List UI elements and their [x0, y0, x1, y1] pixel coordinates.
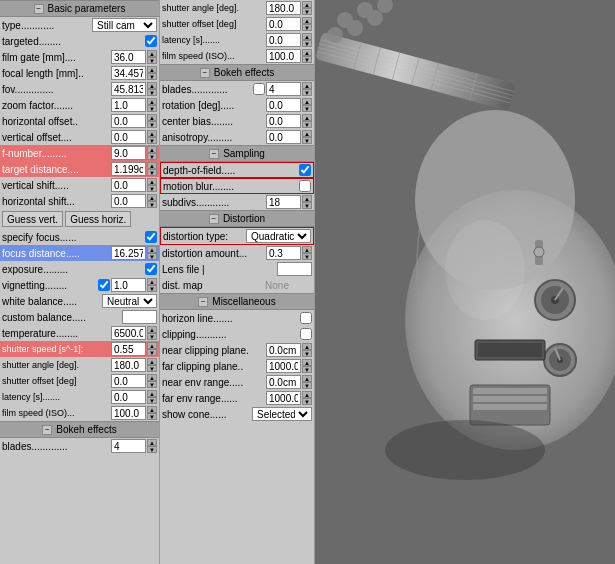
far-clip-down[interactable]: ▼: [302, 366, 312, 373]
vignetting-down[interactable]: ▼: [147, 285, 157, 292]
m-blades-checkbox[interactable]: [253, 83, 265, 95]
far-env-input[interactable]: [266, 391, 301, 405]
m-latency-up[interactable]: ▲: [302, 33, 312, 40]
shutter-speed-input[interactable]: [111, 342, 146, 356]
l-blades-input[interactable]: [111, 439, 146, 453]
far-clip-input[interactable]: [266, 359, 301, 373]
distortion-collapse[interactable]: −: [209, 214, 219, 224]
guess-horiz-button[interactable]: Guess horiz.: [65, 211, 131, 227]
h-offset-input[interactable]: [111, 114, 146, 128]
m-shutter-offset-up[interactable]: ▲: [302, 17, 312, 24]
center-bias-down[interactable]: ▼: [302, 121, 312, 128]
wb-select[interactable]: Neutral: [102, 294, 157, 308]
targeted-checkbox[interactable]: [145, 35, 157, 47]
target-dist-up[interactable]: ▲: [147, 162, 157, 169]
temperature-input[interactable]: [111, 326, 146, 340]
anisotropy-up[interactable]: ▲: [302, 130, 312, 137]
focal-length-down[interactable]: ▼: [147, 73, 157, 80]
focal-length-up[interactable]: ▲: [147, 66, 157, 73]
anisotropy-input[interactable]: [266, 130, 301, 144]
center-bias-up[interactable]: ▲: [302, 114, 312, 121]
near-env-down[interactable]: ▼: [302, 382, 312, 389]
v-offset-down[interactable]: ▼: [147, 137, 157, 144]
distortion-amount-down[interactable]: ▼: [302, 253, 312, 260]
h-shift-down[interactable]: ▼: [147, 201, 157, 208]
basic-params-collapse[interactable]: −: [34, 4, 44, 14]
bokeh-collapse-mid[interactable]: −: [200, 68, 210, 78]
l-latency-input[interactable]: [111, 390, 146, 404]
center-bias-input[interactable]: [266, 114, 301, 128]
m-film-speed-down[interactable]: ▼: [302, 56, 312, 63]
bokeh-collapse-left[interactable]: −: [42, 425, 52, 435]
v-offset-input[interactable]: [111, 130, 146, 144]
h-shift-up[interactable]: ▲: [147, 194, 157, 201]
zoom-up[interactable]: ▲: [147, 98, 157, 105]
m-blades-input[interactable]: [266, 82, 301, 96]
distortion-amount-up[interactable]: ▲: [302, 246, 312, 253]
focal-length-input[interactable]: [111, 66, 146, 80]
guess-vert-button[interactable]: Guess vert.: [2, 211, 63, 227]
l-shutter-angle-up[interactable]: ▲: [147, 358, 157, 365]
m-shutter-offset-down[interactable]: ▼: [302, 24, 312, 31]
temperature-up[interactable]: ▲: [147, 326, 157, 333]
l-shutter-offset-down[interactable]: ▼: [147, 381, 157, 388]
l-blades-down[interactable]: ▼: [147, 446, 157, 453]
rotation-up[interactable]: ▲: [302, 98, 312, 105]
far-env-down[interactable]: ▼: [302, 398, 312, 405]
m-shutter-angle-up[interactable]: ▲: [302, 1, 312, 8]
m-latency-input[interactable]: [266, 33, 301, 47]
focus-dist-down[interactable]: ▼: [147, 253, 157, 260]
temperature-down[interactable]: ▼: [147, 333, 157, 340]
m-latency-down[interactable]: ▼: [302, 40, 312, 47]
fov-input[interactable]: [111, 82, 146, 96]
l-film-speed-input[interactable]: [111, 406, 146, 420]
lens-file-input[interactable]: [277, 262, 312, 276]
vignetting-input[interactable]: [111, 278, 146, 292]
distortion-type-select[interactable]: Quadratic Cubic None: [246, 229, 311, 243]
shutter-speed-up[interactable]: ▲: [147, 342, 157, 349]
l-latency-down[interactable]: ▼: [147, 397, 157, 404]
clipping-checkbox[interactable]: [300, 328, 312, 340]
subdivs-down[interactable]: ▼: [302, 202, 312, 209]
fov-up[interactable]: ▲: [147, 82, 157, 89]
l-shutter-angle-down[interactable]: ▼: [147, 365, 157, 372]
l-latency-up[interactable]: ▲: [147, 390, 157, 397]
film-gate-down[interactable]: ▼: [147, 57, 157, 64]
v-shift-input[interactable]: [111, 178, 146, 192]
target-dist-down[interactable]: ▼: [147, 169, 157, 176]
m-shutter-angle-input[interactable]: [266, 1, 301, 15]
v-shift-down[interactable]: ▼: [147, 185, 157, 192]
dof-checkbox[interactable]: [299, 164, 311, 176]
horizon-checkbox[interactable]: [300, 312, 312, 324]
l-shutter-offset-input[interactable]: [111, 374, 146, 388]
far-env-up[interactable]: ▲: [302, 391, 312, 398]
m-film-speed-up[interactable]: ▲: [302, 49, 312, 56]
sampling-collapse[interactable]: −: [209, 149, 219, 159]
m-blades-up[interactable]: ▲: [302, 82, 312, 89]
zoom-down[interactable]: ▼: [147, 105, 157, 112]
vignetting-checkbox[interactable]: [98, 279, 110, 291]
near-clip-input[interactable]: [266, 343, 301, 357]
m-film-speed-input[interactable]: [266, 49, 301, 63]
shutter-speed-down[interactable]: ▼: [147, 349, 157, 356]
target-dist-input[interactable]: [111, 162, 146, 176]
m-blades-down[interactable]: ▼: [302, 89, 312, 96]
fnumber-down[interactable]: ▼: [147, 153, 157, 160]
focus-dist-up[interactable]: ▲: [147, 246, 157, 253]
fov-down[interactable]: ▼: [147, 89, 157, 96]
rotation-input[interactable]: [266, 98, 301, 112]
type-select[interactable]: Still cam: [92, 18, 157, 32]
h-offset-up[interactable]: ▲: [147, 114, 157, 121]
l-film-speed-down[interactable]: ▼: [147, 413, 157, 420]
v-offset-up[interactable]: ▲: [147, 130, 157, 137]
l-film-speed-up[interactable]: ▲: [147, 406, 157, 413]
l-shutter-angle-input[interactable]: [111, 358, 146, 372]
near-env-up[interactable]: ▲: [302, 375, 312, 382]
v-shift-up[interactable]: ▲: [147, 178, 157, 185]
film-gate-input[interactable]: [111, 50, 146, 64]
h-shift-input[interactable]: [111, 194, 146, 208]
l-shutter-offset-up[interactable]: ▲: [147, 374, 157, 381]
anisotropy-down[interactable]: ▼: [302, 137, 312, 144]
subdivs-up[interactable]: ▲: [302, 195, 312, 202]
distortion-amount-input[interactable]: [266, 246, 301, 260]
